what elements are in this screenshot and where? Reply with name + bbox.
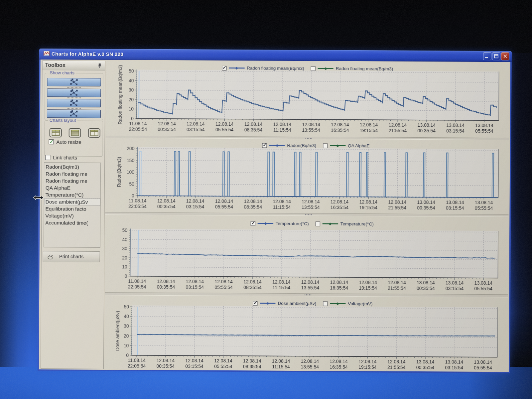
scatter-chart-icon bbox=[70, 89, 78, 96]
show-chart-button-1[interactable] bbox=[47, 78, 101, 86]
legend-swatch-green bbox=[323, 223, 338, 224]
svg-text:12.08.14: 12.08.14 bbox=[331, 122, 349, 127]
chart-panel-temperature: ✓Temperature(°C)Temperature(°C)010203040… bbox=[105, 215, 508, 294]
list-item-1[interactable]: Radon(Bq/m3) bbox=[44, 163, 100, 171]
list-item-7[interactable]: Equilibration facto bbox=[44, 205, 100, 212]
legend-checkbox-checked[interactable]: ✓ bbox=[253, 301, 257, 306]
svg-text:16:35:54: 16:35:54 bbox=[330, 364, 348, 370]
svg-text:11.08.14: 11.08.14 bbox=[128, 278, 146, 284]
svg-text:12.08.14: 12.08.14 bbox=[331, 199, 349, 204]
svg-text:13:55:54: 13:55:54 bbox=[301, 364, 319, 369]
scatter-chart-icon bbox=[70, 99, 78, 106]
svg-text:Radon(Bq/m3): Radon(Bq/m3) bbox=[116, 157, 122, 187]
svg-text:05:55:54: 05:55:54 bbox=[474, 286, 493, 291]
svg-text:03:15:54: 03:15:54 bbox=[185, 363, 203, 369]
list-item-8[interactable]: Voltage(mV) bbox=[44, 212, 100, 219]
svg-text:11.08.14: 11.08.14 bbox=[129, 121, 147, 126]
svg-text:13.08.14: 13.08.14 bbox=[446, 122, 465, 128]
svg-text:13.08.14: 13.08.14 bbox=[418, 122, 436, 128]
layout-grid-icon bbox=[52, 130, 60, 136]
charts-layout-group-title: Charts layout bbox=[48, 118, 77, 123]
legend-checkbox-checked[interactable]: ✓ bbox=[262, 143, 267, 148]
layout-button-layout-rows[interactable] bbox=[69, 128, 81, 137]
toolbox-title: Toolbox bbox=[45, 62, 66, 68]
svg-text:05:55:54: 05:55:54 bbox=[214, 364, 232, 369]
svg-text:50: 50 bbox=[122, 227, 128, 233]
list-item-4[interactable]: QA AlphaE bbox=[44, 184, 100, 192]
auto-resize-checkbox[interactable]: ✓ bbox=[49, 139, 54, 144]
svg-text:13.08.14: 13.08.14 bbox=[417, 280, 435, 285]
list-item-5[interactable]: Temperature(°C) bbox=[44, 191, 100, 199]
legend-checkbox-unchecked[interactable] bbox=[323, 301, 328, 306]
svg-text:00:35:54: 00:35:54 bbox=[417, 205, 435, 210]
legend-swatch-green bbox=[330, 145, 345, 146]
svg-text:200: 200 bbox=[127, 146, 135, 151]
list-item-9[interactable]: Accumulated time( bbox=[44, 219, 100, 226]
legend-checkbox-unchecked[interactable] bbox=[316, 221, 320, 226]
svg-text:00:35:54: 00:35:54 bbox=[417, 286, 435, 291]
svg-text:0: 0 bbox=[125, 273, 127, 279]
svg-text:21:55:54: 21:55:54 bbox=[389, 128, 407, 133]
svg-text:11.08.14: 11.08.14 bbox=[129, 198, 147, 203]
legend-swatch-blue bbox=[258, 223, 273, 224]
svg-text:00:35:54: 00:35:54 bbox=[158, 127, 176, 132]
show-chart-button-2[interactable] bbox=[47, 88, 101, 97]
layout-button-layout-grid[interactable] bbox=[50, 128, 62, 137]
link-charts-checkbox[interactable] bbox=[45, 155, 50, 160]
legend-marker-dot bbox=[336, 144, 339, 147]
layout-button-layout-columns[interactable] bbox=[88, 128, 100, 138]
svg-text:12.08.14: 12.08.14 bbox=[186, 279, 204, 284]
tiny-caption bbox=[67, 97, 81, 98]
legend-checkbox-unchecked[interactable] bbox=[323, 143, 328, 148]
close-button[interactable]: ✕ bbox=[501, 52, 509, 60]
scatter-chart-icon bbox=[70, 78, 78, 85]
checkmark-icon: ✓ bbox=[251, 220, 255, 225]
legend-label: Temperature(°C) bbox=[340, 221, 374, 227]
layout-rows-icon bbox=[71, 130, 79, 136]
svg-text:16:35:54: 16:35:54 bbox=[330, 285, 348, 291]
layout-columns-icon bbox=[90, 130, 98, 136]
app-icon bbox=[44, 51, 50, 56]
svg-text:12.08.14: 12.08.14 bbox=[273, 122, 292, 127]
svg-text:19:15:54: 19:15:54 bbox=[360, 128, 378, 133]
minimize-button[interactable] bbox=[483, 52, 491, 60]
link-charts-checkbox-row[interactable]: Link charts bbox=[45, 155, 77, 161]
tiny-caption bbox=[67, 108, 81, 109]
legend-checkbox-checked[interactable]: ✓ bbox=[222, 66, 226, 70]
svg-text:10: 10 bbox=[128, 106, 134, 112]
svg-text:03:15:54: 03:15:54 bbox=[445, 365, 464, 370]
show-chart-button-4[interactable] bbox=[47, 109, 101, 118]
svg-text:13:55:54: 13:55:54 bbox=[301, 285, 320, 290]
link-charts-label: Link charts bbox=[53, 155, 77, 160]
list-item-3[interactable]: Radon floating me bbox=[44, 177, 100, 185]
legend-marker-dot bbox=[324, 67, 327, 70]
legend-checkbox-checked[interactable]: ✓ bbox=[251, 221, 255, 226]
toolbox-header: Toolbox bbox=[43, 61, 105, 70]
list-item-2[interactable]: Radon floating me bbox=[44, 170, 100, 178]
chart-svg-radon-floating-mean: 0102030405011.08.1422:05:5412.08.1400:35… bbox=[106, 61, 509, 138]
svg-text:13.08.14: 13.08.14 bbox=[416, 359, 435, 364]
svg-text:03:15:54: 03:15:54 bbox=[187, 127, 205, 132]
show-chart-button-3[interactable] bbox=[47, 99, 101, 107]
legend-marker-dot bbox=[276, 144, 278, 147]
svg-text:Radon floating mean(Bq/m3): Radon floating mean(Bq/m3) bbox=[117, 65, 123, 124]
svg-text:40: 40 bbox=[122, 237, 127, 242]
legend-checkbox-unchecked[interactable] bbox=[311, 66, 316, 71]
auto-resize-checkbox-row[interactable]: ✓ Auto resize bbox=[49, 139, 81, 145]
svg-text:22:05:54: 22:05:54 bbox=[128, 363, 146, 368]
legend-label: Radon(Bq/m3) bbox=[287, 143, 316, 148]
maximize-button[interactable] bbox=[492, 52, 500, 60]
svg-text:13.08.14: 13.08.14 bbox=[475, 200, 493, 205]
svg-text:05:55:54: 05:55:54 bbox=[475, 128, 493, 134]
svg-text:11:15:54: 11:15:54 bbox=[272, 285, 290, 290]
svg-text:13.08.14: 13.08.14 bbox=[446, 280, 464, 285]
list-item-6[interactable]: Dose ambient(µSv bbox=[44, 198, 100, 205]
svg-text:21:55:54: 21:55:54 bbox=[388, 285, 406, 291]
print-charts-button[interactable]: Print charts bbox=[43, 251, 100, 262]
svg-text:10: 10 bbox=[122, 264, 127, 270]
pin-icon[interactable] bbox=[98, 63, 102, 68]
svg-text:12.08.14: 12.08.14 bbox=[272, 279, 291, 285]
svg-text:12.08.14: 12.08.14 bbox=[360, 122, 378, 127]
svg-text:03:15:54: 03:15:54 bbox=[186, 284, 204, 290]
checkmark-icon: ✓ bbox=[49, 139, 54, 145]
